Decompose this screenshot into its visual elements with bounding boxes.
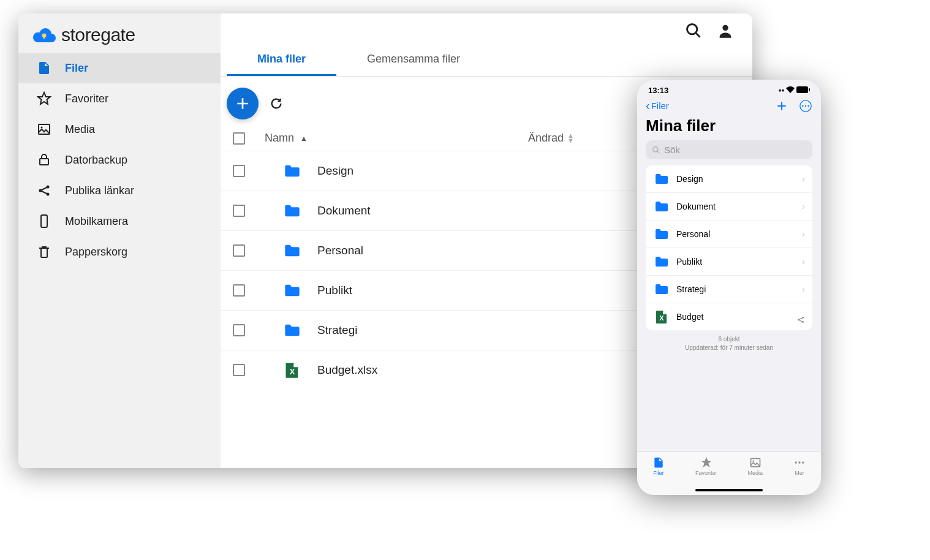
image-icon [749,456,762,469]
image-icon [37,122,51,137]
mobile-file-row[interactable]: Strategi › [646,276,812,303]
chevron-left-icon: ‹ [646,99,650,113]
chevron-right-icon: › [802,257,805,267]
file-name: Budget [676,312,805,322]
sidebar-nav: Filer Favoriter Media Datorbackup Publik… [18,53,221,267]
column-name[interactable]: Namn ▲ [265,132,528,145]
logo: storegate [18,13,221,53]
share-icon [37,183,51,198]
row-checkbox[interactable] [233,284,245,297]
file-name: Publikt [676,257,802,267]
row-checkbox[interactable] [233,364,245,376]
sidebar-item-label: Favoriter [65,93,108,105]
file-icon [652,456,665,469]
mobile-nav-bar: ‹ Filer [637,96,821,116]
mobile-file-row[interactable]: Publikt › [646,248,812,276]
chevron-right-icon: › [802,202,805,211]
home-indicator [695,489,763,491]
phone-icon [37,214,51,229]
file-name: Budget.xlsx [317,363,641,377]
tab-gemensamma-filer[interactable]: Gemensamma filer [336,42,491,76]
brand-text: storegate [61,25,135,45]
signal-icon: ▪▪ [779,86,784,95]
topbar [221,13,752,39]
sort-icon: ▲▼ [567,134,574,143]
folder-icon [653,254,670,269]
mobile-window: 13:13 ▪▪ ‹ Filer Mina filer Sök Design › [637,80,821,495]
mobile-tab-mer[interactable]: Mer [793,456,806,476]
mobile-list-footer: 6 objekt Uppdaterad: för 7 minuter sedan [637,330,821,354]
mobile-tab-favoriter[interactable]: Favoriter [695,456,717,476]
mobile-time: 13:13 [648,86,668,95]
search-icon [652,146,660,154]
sidebar-item-datorbackup[interactable]: Datorbackup [18,145,221,175]
row-checkbox[interactable] [233,205,245,217]
folder-icon [282,322,303,339]
mobile-file-row[interactable]: Dokument › [646,193,812,221]
mobile-file-row[interactable]: Budget [646,303,812,330]
sidebar-item-label: Datorbackup [65,154,127,167]
row-checkbox[interactable] [233,244,245,257]
mobile-back-button[interactable]: ‹ Filer [646,99,669,113]
sidebar-item-media[interactable]: Media [18,114,221,145]
mobile-status-icons: ▪▪ [779,86,810,95]
sidebar-item-mobilkamera[interactable]: Mobilkamera [18,206,221,236]
sidebar-item-favoriter[interactable]: Favoriter [18,83,221,114]
mobile-more-button[interactable] [799,99,812,113]
sidebar-item-papperskorg[interactable]: Papperskorg [18,236,221,267]
tab-mina-filer[interactable]: Mina filer [227,42,336,76]
trash-icon [37,244,51,259]
chevron-right-icon: › [802,284,805,294]
mobile-page-title: Mina filer [637,116,821,140]
battery-icon [796,86,810,95]
file-icon [37,61,51,75]
svg-rect-20 [809,88,810,91]
sidebar-item-publika-lankar[interactable]: Publika länkar [18,175,221,206]
sidebar-item-label: Filer [65,62,88,75]
sidebar: storegate Filer Favoriter Media Datorbac… [18,13,221,468]
wifi-icon [786,86,795,95]
mobile-add-button[interactable] [776,100,788,112]
lock-icon [37,153,51,167]
sidebar-item-label: Papperskorg [65,246,127,259]
file-name: Design [676,174,802,184]
more-icon [793,456,806,469]
mobile-tab-bar: Filer Favoriter Media Mer [637,451,821,495]
sidebar-item-label: Mobilkamera [65,215,128,228]
tabs: Mina filer Gemensamma filer [221,42,752,77]
mobile-file-row[interactable]: Design › [646,165,812,193]
search-icon[interactable] [685,22,702,39]
folder-icon [282,242,303,259]
column-modified[interactable]: Ändrad ▲▼ [528,132,574,145]
mobile-status-bar: 13:13 ▪▪ [637,80,821,96]
svg-rect-19 [796,86,808,93]
folder-icon [282,202,303,219]
excel-icon [282,361,303,379]
shared-icon [796,316,805,327]
select-all-checkbox[interactable] [233,132,245,145]
sidebar-item-filer[interactable]: Filer [18,53,221,83]
chevron-right-icon: › [802,174,805,184]
add-button[interactable] [227,88,259,119]
mobile-tab-media[interactable]: Media [747,456,763,476]
sidebar-item-label: Publika länkar [65,184,134,197]
row-checkbox[interactable] [233,324,245,336]
cloud-logo-icon [32,26,56,44]
chevron-right-icon: › [802,229,805,239]
folder-icon [653,172,670,186]
folder-icon [653,282,670,297]
mobile-tab-filer[interactable]: Filer [652,456,665,476]
mobile-file-row[interactable]: Personal › [646,221,812,248]
row-checkbox[interactable] [233,165,245,177]
refresh-button[interactable] [270,97,283,110]
mobile-file-list: Design › Dokument › Personal › Publikt ›… [646,165,812,330]
star-icon [37,91,51,106]
sort-ascending-icon: ▲ [300,134,308,143]
file-name: Dokument [676,202,802,211]
folder-icon [653,199,670,214]
sidebar-item-label: Media [65,123,95,136]
star-icon [700,456,713,469]
folder-icon [282,162,303,180]
account-icon[interactable] [717,22,734,39]
mobile-search-input[interactable]: Sök [646,140,812,159]
